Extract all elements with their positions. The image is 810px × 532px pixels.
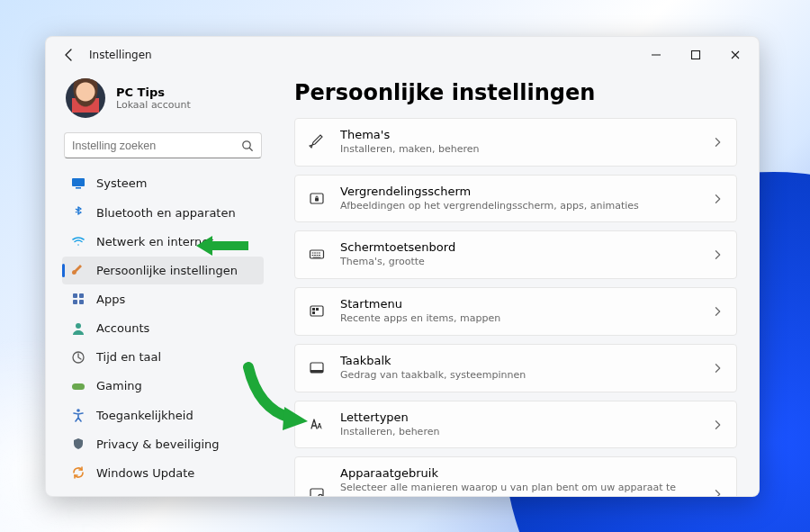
sidebar-item-label: Systeem <box>96 176 147 190</box>
sidebar-item-brush[interactable]: Persoonlijke instellingen <box>62 257 264 284</box>
sidebar-item-update[interactable]: Windows Update <box>62 459 264 487</box>
page-title: Persoonlijke instellingen <box>294 80 737 105</box>
sidebar-item-person[interactable]: Accounts <box>62 314 264 342</box>
card-subtitle: Installeren, maken, beheren <box>340 143 698 157</box>
sidebar-item-wifi[interactable]: Netwerk en internet <box>62 228 264 256</box>
settings-card-keyboard[interactable]: SchermtoetsenbordThema's, grootte <box>294 230 737 279</box>
sidebar-item-accessibility[interactable]: Toegankelijkheid <box>62 401 264 429</box>
taskbar-icon <box>308 359 326 377</box>
gamepad-icon <box>71 379 86 393</box>
settings-card-fonts[interactable]: LettertypenInstalleren, beheren <box>294 401 737 449</box>
window-title: Instellingen <box>89 49 152 61</box>
minimize-icon <box>650 49 662 61</box>
device-icon <box>308 485 326 496</box>
avatar <box>66 78 105 118</box>
lockscreen-icon <box>308 190 326 208</box>
search-icon <box>241 140 254 152</box>
chevron-right-icon <box>713 194 724 204</box>
titlebar: Instellingen <box>46 37 759 73</box>
sidebar-item-monitor[interactable]: Systeem <box>62 169 264 197</box>
user-block[interactable]: PC Tips Lokaal account <box>62 73 264 131</box>
card-subtitle: Selecteer alle manieren waarop u van pla… <box>340 482 698 496</box>
search-input[interactable] <box>72 140 241 152</box>
chevron-right-icon <box>713 363 724 374</box>
chevron-right-icon <box>713 249 724 260</box>
keyboard-icon <box>308 246 326 264</box>
pen-icon <box>308 133 326 151</box>
card-subtitle: Afbeeldingen op het vergrendelingsscherm… <box>340 200 698 213</box>
card-title: Vergrendelingsscherm <box>340 185 698 200</box>
settings-card-device[interactable]: ApparaatgebruikSelecteer alle manieren w… <box>294 456 737 496</box>
sidebar: PC Tips Lokaal account SysteemBluetooth … <box>46 73 273 496</box>
card-subtitle: Recente apps en items, mappen <box>340 312 698 326</box>
settings-window: Instellingen PC Tips Lokaal account Syst… <box>45 36 760 497</box>
settings-card-pen[interactable]: Thema'sInstalleren, maken, beheren <box>294 118 737 167</box>
sidebar-item-label: Toegankelijkheid <box>96 409 194 422</box>
sidebar-item-label: Apps <box>96 293 125 306</box>
close-button[interactable] <box>716 41 755 68</box>
brush-icon <box>71 263 86 277</box>
settings-card-start[interactable]: StartmenuRecente apps en items, mappen <box>294 287 737 336</box>
user-name: PC Tips <box>116 86 191 99</box>
accessibility-icon <box>71 408 86 422</box>
back-arrow-icon <box>62 47 76 63</box>
sidebar-item-label: Windows Update <box>96 466 194 480</box>
back-button[interactable] <box>58 44 80 66</box>
globe-clock-icon <box>71 350 86 365</box>
sidebar-item-label: Netwerk en internet <box>96 235 213 248</box>
sidebar-item-label: Gaming <box>96 379 142 392</box>
card-title: Startmenu <box>340 297 698 312</box>
main-content: Persoonlijke instellingen Thema'sInstall… <box>273 73 759 496</box>
card-title: Lettertypen <box>340 410 698 426</box>
maximize-button[interactable] <box>676 41 716 68</box>
shield-icon <box>71 437 86 451</box>
user-subtitle: Lokaal account <box>116 99 191 111</box>
monitor-icon <box>71 176 86 191</box>
start-icon <box>308 302 326 320</box>
maximize-icon <box>689 49 702 61</box>
person-icon <box>71 321 86 336</box>
minimize-button[interactable] <box>636 41 676 68</box>
settings-card-lockscreen[interactable]: VergrendelingsschermAfbeeldingen op het … <box>294 175 737 223</box>
grid-icon <box>71 292 86 306</box>
sidebar-item-label: Bluetooth en apparaten <box>96 206 236 220</box>
card-title: Schermtoetsenbord <box>340 240 698 256</box>
wifi-icon <box>71 234 86 248</box>
search-box[interactable] <box>64 132 262 158</box>
settings-card-taskbar[interactable]: TaakbalkGedrag van taakbalk, systeempinn… <box>294 344 737 392</box>
chevron-right-icon <box>713 306 724 317</box>
chevron-right-icon <box>713 489 724 496</box>
sidebar-item-label: Accounts <box>96 321 149 335</box>
card-title: Apparaatgebruik <box>340 466 698 482</box>
card-title: Taakbalk <box>340 354 698 369</box>
sidebar-item-shield[interactable]: Privacy & beveiliging <box>62 430 264 458</box>
card-title: Thema's <box>340 128 698 143</box>
close-icon <box>729 49 742 61</box>
chevron-right-icon <box>713 419 724 430</box>
fonts-icon <box>308 416 326 434</box>
sidebar-item-bluetooth[interactable]: Bluetooth en apparaten <box>62 198 264 226</box>
card-subtitle: Thema's, grootte <box>340 256 698 269</box>
sidebar-item-grid[interactable]: Apps <box>62 285 264 313</box>
sidebar-item-label: Tijd en taal <box>96 350 161 364</box>
bluetooth-icon <box>71 205 86 220</box>
sidebar-item-globe-clock[interactable]: Tijd en taal <box>62 343 264 371</box>
card-subtitle: Installeren, beheren <box>340 426 698 439</box>
nav-list: SysteemBluetooth en apparatenNetwerk en … <box>62 169 264 487</box>
sidebar-item-label: Persoonlijke instellingen <box>96 264 238 277</box>
chevron-right-icon <box>713 137 724 148</box>
update-icon <box>71 465 86 480</box>
sidebar-item-label: Privacy & beveiliging <box>96 437 220 451</box>
card-subtitle: Gedrag van taakbalk, systeempinnen <box>340 369 698 383</box>
sidebar-item-gamepad[interactable]: Gaming <box>62 372 264 400</box>
